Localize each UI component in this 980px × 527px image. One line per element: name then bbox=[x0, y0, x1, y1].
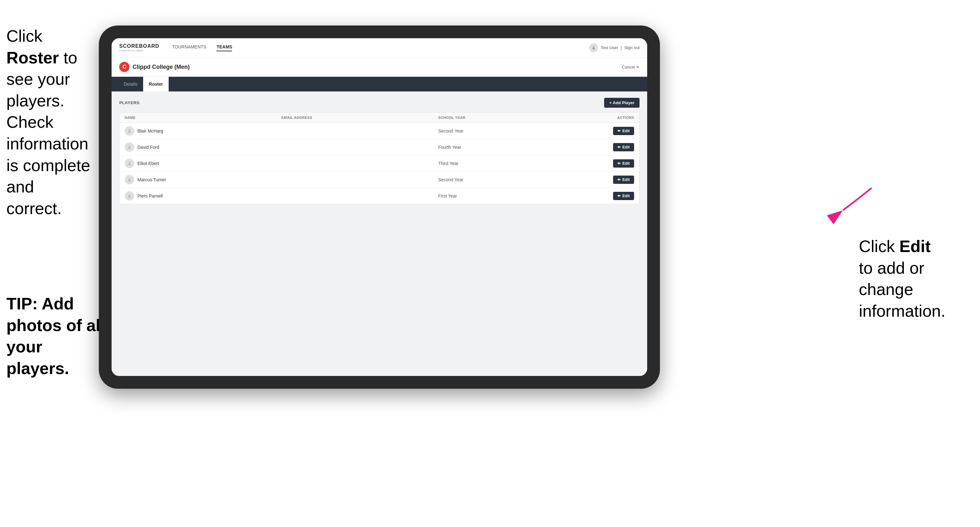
player-year-4: First Year bbox=[438, 194, 556, 198]
player-year-1: Fourth Year bbox=[438, 144, 556, 150]
players-label: PLAYERS bbox=[119, 100, 140, 105]
pencil-icon-2: ✏ bbox=[617, 161, 621, 166]
actions-cell-3: ✏ Edit bbox=[556, 176, 634, 184]
edit-label-4: Edit bbox=[622, 194, 630, 198]
player-name-cell-1: David Ford bbox=[125, 143, 282, 152]
team-name: Clippd College (Men) bbox=[133, 64, 190, 70]
svg-point-4 bbox=[129, 146, 130, 147]
col-header-name: NAME bbox=[125, 116, 282, 119]
table-header: NAME EMAIL ADDRESS SCHOOL YEAR ACTIONS bbox=[119, 113, 639, 123]
player-year-0: Second Year bbox=[438, 129, 556, 133]
tabs-bar: Details Roster bbox=[111, 77, 647, 91]
svg-point-7 bbox=[129, 194, 130, 196]
table-row: Elliot Ebert Third Year ✏ Edit bbox=[119, 156, 639, 172]
logo-text: SCOREBOARD bbox=[119, 43, 159, 49]
players-table: NAME EMAIL ADDRESS SCHOOL YEAR ACTIONS B… bbox=[119, 112, 640, 204]
add-player-button[interactable]: + Add Player bbox=[604, 98, 640, 108]
avatar-2 bbox=[125, 159, 134, 168]
team-name-row: C Clippd College (Men) bbox=[119, 62, 190, 72]
col-header-actions: ACTIONS bbox=[556, 116, 634, 119]
avatar-1 bbox=[125, 143, 134, 152]
player-year-2: Third Year bbox=[438, 161, 556, 166]
nav-separator: | bbox=[621, 45, 622, 50]
player-name-3: Marcus Turner bbox=[137, 177, 166, 182]
logo-sub: Powered by clippd bbox=[119, 49, 159, 52]
edit-label-1: Edit bbox=[622, 145, 630, 149]
pencil-icon-0: ✏ bbox=[617, 129, 621, 133]
edit-button-4[interactable]: ✏ Edit bbox=[613, 192, 634, 200]
player-year-3: Second Year bbox=[438, 177, 556, 182]
player-name-1: David Ford bbox=[137, 144, 159, 150]
table-row: David Ford Fourth Year ✏ Edit bbox=[119, 139, 639, 156]
edit-arrow bbox=[837, 185, 878, 217]
edit-label-2: Edit bbox=[622, 161, 630, 166]
actions-cell-2: ✏ Edit bbox=[556, 159, 634, 168]
left-instruction-text: Click Roster tosee your players.Check in… bbox=[6, 27, 90, 217]
tip-text: TIP: Add photos of all your players. bbox=[6, 293, 105, 379]
pencil-icon-4: ✏ bbox=[617, 194, 621, 198]
nav-link-tournaments[interactable]: TOURNAMENTS bbox=[172, 44, 207, 51]
edit-button-0[interactable]: ✏ Edit bbox=[613, 127, 634, 135]
table-row: Piers Parnell First Year ✏ Edit bbox=[119, 188, 639, 204]
nav-right: Test User | Sign out bbox=[589, 43, 640, 52]
col-header-email: EMAIL ADDRESS bbox=[282, 116, 438, 119]
user-icon bbox=[589, 43, 598, 52]
edit-button-3[interactable]: ✏ Edit bbox=[613, 176, 634, 184]
svg-point-3 bbox=[129, 129, 130, 131]
pencil-icon-1: ✏ bbox=[617, 145, 621, 149]
tablet-screen: SCOREBOARD Powered by clippd TOURNAMENTS… bbox=[111, 38, 647, 376]
player-name-4: Piers Parnell bbox=[137, 194, 162, 198]
players-header: PLAYERS + Add Player bbox=[119, 98, 640, 108]
team-header: C Clippd College (Men) Cancel ✕ bbox=[111, 57, 647, 77]
actions-cell-4: ✏ Edit bbox=[556, 192, 634, 200]
user-name: Test User bbox=[601, 45, 618, 50]
actions-cell-1: ✏ Edit bbox=[556, 143, 634, 151]
nav-bar: SCOREBOARD Powered by clippd TOURNAMENTS… bbox=[111, 38, 647, 57]
player-name-cell-3: Marcus Turner bbox=[125, 175, 282, 184]
svg-point-2 bbox=[593, 46, 595, 48]
edit-button-2[interactable]: ✏ Edit bbox=[613, 159, 634, 168]
avatar-0 bbox=[125, 126, 134, 136]
nav-links: TOURNAMENTS TEAMS bbox=[172, 44, 589, 51]
right-instruction: Click Editto add or changeinformation. bbox=[859, 236, 974, 322]
svg-point-6 bbox=[129, 178, 130, 180]
tab-roster[interactable]: Roster bbox=[143, 77, 169, 91]
team-logo: C bbox=[119, 62, 129, 72]
table-row: Marcus Turner Second Year ✏ Edit bbox=[119, 172, 639, 188]
tab-details[interactable]: Details bbox=[118, 77, 143, 91]
edit-label-0: Edit bbox=[622, 129, 630, 133]
nav-link-teams[interactable]: TEAMS bbox=[216, 44, 232, 51]
col-header-year: SCHOOL YEAR bbox=[438, 116, 556, 119]
player-name-2: Elliot Ebert bbox=[137, 161, 159, 166]
sign-out-link[interactable]: Sign out bbox=[624, 45, 640, 50]
edit-button-1[interactable]: ✏ Edit bbox=[613, 143, 634, 151]
content-area: PLAYERS + Add Player NAME EMAIL ADDRESS … bbox=[111, 91, 647, 376]
cancel-button[interactable]: Cancel ✕ bbox=[622, 65, 640, 70]
avatar-4 bbox=[125, 191, 134, 201]
svg-point-5 bbox=[129, 162, 130, 163]
tablet-frame: SCOREBOARD Powered by clippd TOURNAMENTS… bbox=[99, 25, 660, 389]
player-name-0: Blair McHarg bbox=[137, 129, 163, 133]
logo-area: SCOREBOARD Powered by clippd bbox=[119, 43, 159, 52]
player-name-cell-2: Elliot Ebert bbox=[125, 159, 282, 168]
player-name-cell-0: Blair McHarg bbox=[125, 126, 282, 136]
table-row: Blair McHarg Second Year ✏ Edit bbox=[119, 123, 639, 139]
player-name-cell-4: Piers Parnell bbox=[125, 191, 282, 201]
left-instruction: Click Roster tosee your players.Check in… bbox=[6, 25, 99, 219]
tip-label: TIP: Add photos of all your players. bbox=[6, 294, 105, 378]
actions-cell-0: ✏ Edit bbox=[556, 127, 634, 135]
avatar-3 bbox=[125, 175, 134, 184]
pencil-icon-3: ✏ bbox=[617, 178, 621, 182]
edit-label-3: Edit bbox=[622, 178, 630, 182]
